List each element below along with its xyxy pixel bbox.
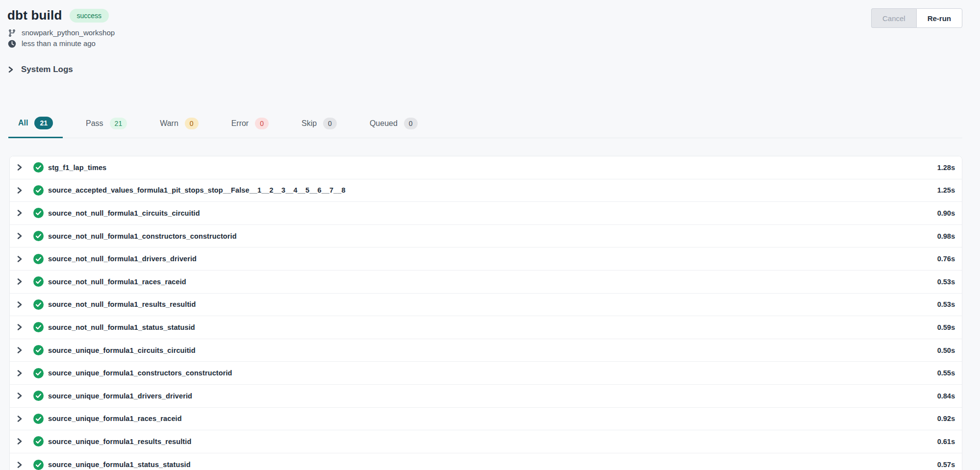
system-logs-toggle[interactable]: System Logs (7, 65, 73, 74)
result-row[interactable]: source_unique_formula1_circuits_circuiti… (10, 339, 962, 362)
result-row[interactable]: source_unique_formula1_constructors_cons… (10, 362, 962, 385)
result-name: source_not_null_formula1_drivers_driveri… (48, 255, 197, 263)
branch-row: snowpark_python_workshop (7, 27, 962, 38)
chevron-right-icon[interactable] (16, 392, 23, 400)
check-circle-icon (33, 208, 44, 218)
chevron-right-icon[interactable] (16, 300, 23, 309)
results-list: stg_f1_lap_times 1.28s source_accepted_v… (9, 156, 962, 470)
result-row[interactable]: source_not_null_formula1_circuits_circui… (10, 202, 962, 225)
result-name: source_unique_formula1_status_statusid (48, 461, 191, 469)
check-circle-icon (33, 185, 44, 196)
check-circle-icon (33, 436, 44, 446)
result-name: stg_f1_lap_times (48, 164, 106, 172)
result-row[interactable]: source_not_null_formula1_status_statusid… (10, 316, 962, 339)
check-circle-icon (33, 322, 44, 332)
tab-count-badge: 0 (185, 118, 199, 129)
result-duration: 1.25s (928, 186, 955, 194)
tab-label: Warn (160, 119, 178, 128)
tab-count-badge: 0 (404, 118, 418, 129)
git-branch-icon (7, 29, 16, 37)
result-duration: 0.50s (928, 346, 955, 354)
result-duration: 0.76s (928, 255, 955, 263)
result-name: source_not_null_formula1_status_statusid (48, 323, 195, 331)
result-duration: 0.53s (928, 300, 955, 308)
result-name: source_unique_formula1_circuits_circuiti… (48, 346, 196, 354)
check-circle-icon (33, 345, 44, 355)
chevron-right-icon[interactable] (16, 186, 23, 195)
tab-count-badge: 0 (255, 118, 269, 129)
result-duration: 0.59s (928, 323, 955, 331)
chevron-right-icon[interactable] (16, 369, 23, 377)
chevron-right-icon[interactable] (16, 232, 23, 240)
tab-error[interactable]: Error 0 (222, 118, 278, 138)
check-circle-icon (33, 391, 44, 401)
result-duration: 0.53s (928, 278, 955, 286)
chevron-right-icon[interactable] (16, 209, 23, 217)
chevron-right-icon[interactable] (16, 277, 23, 286)
result-row[interactable]: source_not_null_formula1_results_resulti… (10, 294, 962, 317)
result-duration: 0.55s (928, 369, 955, 377)
result-name: source_not_null_formula1_circuits_circui… (48, 209, 200, 217)
tab-count-badge: 21 (34, 117, 53, 129)
result-row[interactable]: source_unique_formula1_drivers_driverid … (10, 385, 962, 408)
result-name: source_unique_formula1_drivers_driverid (48, 392, 192, 400)
tab-label: Queued (370, 119, 398, 128)
clock-icon (7, 40, 16, 48)
result-name: source_not_null_formula1_races_raceid (48, 278, 186, 286)
result-row[interactable]: source_not_null_formula1_drivers_driveri… (10, 247, 962, 271)
result-row[interactable]: stg_f1_lap_times 1.28s (10, 156, 962, 179)
chevron-right-icon[interactable] (16, 163, 23, 172)
result-row[interactable]: source_not_null_formula1_races_raceid 0.… (10, 271, 962, 294)
result-name: source_unique_formula1_constructors_cons… (48, 369, 232, 377)
check-circle-icon (33, 254, 44, 264)
run-header: dbt build success snowpark_python_worksh… (0, 0, 980, 49)
result-row[interactable]: source_accepted_values_formula1_pit_stop… (10, 179, 962, 202)
check-circle-icon (33, 231, 44, 241)
check-circle-icon (33, 276, 44, 287)
result-name: source_not_null_formula1_constructors_co… (48, 232, 237, 240)
run-actions: Cancel Re-run (871, 8, 962, 28)
tab-label: All (18, 119, 28, 127)
chevron-right-icon[interactable] (16, 437, 23, 445)
check-circle-icon (33, 299, 44, 310)
tab-all[interactable]: All 21 (8, 117, 63, 138)
run-time-ago: less than a minute ago (22, 38, 96, 49)
chevron-right-icon (7, 66, 14, 74)
chevron-right-icon[interactable] (16, 461, 23, 469)
check-circle-icon (33, 414, 44, 424)
chevron-right-icon[interactable] (16, 323, 23, 331)
result-name: source_unique_formula1_results_resultid (48, 438, 191, 445)
result-duration: 0.61s (928, 438, 955, 445)
branch-name: snowpark_python_workshop (22, 27, 115, 38)
tab-pass[interactable]: Pass 21 (76, 118, 137, 138)
tab-warn[interactable]: Warn 0 (150, 118, 208, 138)
tab-queued[interactable]: Queued 0 (360, 118, 427, 138)
tab-skip[interactable]: Skip 0 (292, 118, 347, 138)
cancel-button[interactable]: Cancel (871, 8, 916, 28)
check-circle-icon (33, 368, 44, 378)
tab-label: Error (231, 119, 249, 128)
system-logs-label: System Logs (21, 65, 73, 74)
check-circle-icon (33, 162, 44, 173)
chevron-right-icon[interactable] (16, 255, 23, 263)
result-duration: 0.98s (928, 232, 955, 240)
status-tabs: All 21 Pass 21 Warn 0 Error 0 Skip 0 Que… (8, 117, 962, 138)
chevron-right-icon[interactable] (16, 346, 23, 354)
result-name: source_accepted_values_formula1_pit_stop… (48, 186, 346, 194)
status-badge: success (70, 9, 109, 23)
check-circle-icon (33, 460, 44, 470)
result-duration: 0.92s (928, 415, 955, 422)
tab-count-badge: 21 (110, 118, 127, 129)
result-row[interactable]: source_unique_formula1_status_statusid 0… (10, 453, 962, 470)
time-row: less than a minute ago (7, 38, 962, 49)
tab-count-badge: 0 (323, 118, 337, 129)
result-row[interactable]: source_not_null_formula1_constructors_co… (10, 225, 962, 248)
result-row[interactable]: source_unique_formula1_results_resultid … (10, 430, 962, 453)
result-duration: 1.28s (928, 164, 955, 172)
result-name: source_unique_formula1_races_raceid (48, 415, 182, 422)
result-name: source_not_null_formula1_results_resulti… (48, 300, 196, 308)
chevron-right-icon[interactable] (16, 415, 23, 423)
result-duration: 0.90s (928, 209, 955, 217)
result-row[interactable]: source_unique_formula1_races_raceid 0.92… (10, 408, 962, 431)
rerun-button[interactable]: Re-run (916, 8, 962, 28)
